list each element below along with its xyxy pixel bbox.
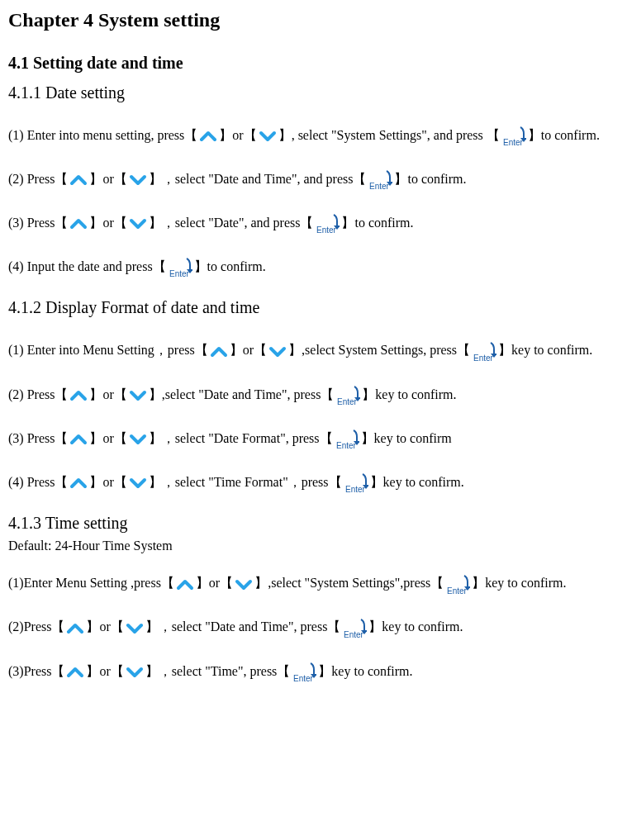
down-arrow-icon bbox=[129, 476, 147, 491]
step-4-1-1-4: (4) Input the date and press【Enter】to co… bbox=[8, 252, 619, 281]
step-4-1-1-2: (2) Press【】or【】，select "Date and Time", … bbox=[8, 164, 619, 193]
svg-text:Enter: Enter bbox=[447, 586, 468, 596]
text: 】key to confirm. bbox=[368, 619, 463, 634]
text: (4) Press【 bbox=[8, 475, 68, 489]
svg-text:Enter: Enter bbox=[503, 138, 524, 147]
section-4-1-1-title: 4.1.1 Date setting bbox=[8, 81, 619, 104]
enter-key-icon: Enter bbox=[445, 574, 470, 596]
down-arrow-icon bbox=[129, 388, 147, 403]
text: 】or【 bbox=[86, 664, 123, 678]
enter-key-icon: Enter bbox=[501, 126, 526, 147]
up-arrow-icon bbox=[69, 388, 88, 403]
text: 】key to confirm. bbox=[472, 576, 566, 590]
enter-key-icon: Enter bbox=[335, 385, 360, 406]
step-4-1-2-1: (1) Enter into Menu Setting，press【】or【】,… bbox=[8, 335, 619, 364]
text: (1)Enter Menu Setting ,press【 bbox=[8, 576, 174, 590]
text: 】key to confirm bbox=[361, 431, 452, 445]
text: (1) Enter into menu setting, press【 bbox=[8, 128, 197, 142]
text: 】key to confirm. bbox=[370, 475, 464, 489]
step-4-1-3-1: (1)Enter Menu Setting ,press【】or【】,selec… bbox=[8, 568, 619, 597]
down-arrow-icon bbox=[259, 129, 277, 144]
text: 】,select "System Settings",press【 bbox=[254, 576, 444, 590]
enter-key-icon: Enter bbox=[168, 257, 192, 278]
svg-text:Enter: Enter bbox=[473, 354, 494, 363]
step-4-1-3-2: (2)Press【】or【】，select "Date and Time", p… bbox=[8, 612, 619, 641]
up-arrow-icon bbox=[69, 476, 88, 491]
text: (3) Press【 bbox=[8, 216, 68, 230]
default-text: Default: 24-Hour Time System bbox=[8, 538, 619, 553]
svg-text:Enter: Enter bbox=[169, 269, 190, 278]
step-4-1-2-4: (4) Press【】or【】，select "Time Format"，pre… bbox=[8, 467, 619, 496]
up-arrow-icon bbox=[66, 665, 84, 680]
text: 】or【 bbox=[89, 216, 126, 230]
svg-text:Enter: Enter bbox=[369, 182, 390, 191]
text: (1) Enter into Menu Setting，press【 bbox=[8, 343, 208, 357]
svg-text:Enter: Enter bbox=[345, 485, 366, 494]
text: 】,select System Settings, press【 bbox=[288, 343, 470, 357]
text: (2) Press【 bbox=[8, 172, 68, 186]
text: 】or【 bbox=[89, 387, 126, 401]
text: 】or【 bbox=[230, 343, 267, 357]
up-arrow-icon bbox=[199, 129, 217, 144]
down-arrow-icon bbox=[235, 577, 253, 592]
text: 】,select "Date and Time", press【 bbox=[149, 387, 335, 401]
text: 】key to confirm. bbox=[362, 387, 456, 401]
text: 】or【 bbox=[89, 172, 126, 186]
chapter-title: Chapter 4 System setting bbox=[8, 7, 619, 35]
down-arrow-icon bbox=[129, 216, 147, 231]
text: 】，select "Time", press【 bbox=[145, 664, 291, 678]
text: 】to confirm. bbox=[194, 259, 266, 273]
text: 】，select "Date and Time", press【 bbox=[145, 619, 341, 634]
text: (2) Press【 bbox=[8, 387, 68, 401]
enter-key-icon: Enter bbox=[292, 662, 316, 683]
down-arrow-icon bbox=[126, 665, 144, 680]
text: 】or【 bbox=[89, 431, 126, 445]
enter-key-icon: Enter bbox=[344, 472, 368, 494]
down-arrow-icon bbox=[129, 173, 147, 187]
enter-key-icon: Enter bbox=[335, 429, 359, 450]
svg-text:Enter: Enter bbox=[336, 441, 357, 450]
step-4-1-1-3: (3) Press【】or【】，select "Date", and press… bbox=[8, 208, 619, 237]
enter-key-icon: Enter bbox=[342, 618, 367, 639]
text: 】，select "Date Format", press【 bbox=[149, 431, 333, 445]
up-arrow-icon bbox=[69, 216, 88, 231]
step-4-1-2-3: (3) Press【】or【】，select "Date Format", pr… bbox=[8, 424, 619, 453]
up-arrow-icon bbox=[69, 432, 88, 447]
text: 】or【 bbox=[219, 128, 256, 142]
text: 】key to confirm. bbox=[318, 664, 412, 678]
text: 】to confirm. bbox=[394, 172, 466, 186]
svg-text:Enter: Enter bbox=[316, 225, 337, 235]
text: 】or【 bbox=[196, 576, 233, 590]
up-arrow-icon bbox=[69, 173, 88, 187]
text: 】，select "Date", and press【 bbox=[149, 216, 314, 230]
section-4-1-title: 4.1 Setting date and time bbox=[8, 51, 619, 74]
text: 】to confirm. bbox=[341, 216, 413, 230]
svg-text:Enter: Enter bbox=[344, 630, 364, 639]
text: (2)Press【 bbox=[8, 619, 64, 634]
text: 】, select "System Settings", and press 【 bbox=[278, 128, 500, 142]
up-arrow-icon bbox=[176, 577, 194, 592]
text: 】or【 bbox=[89, 475, 126, 489]
svg-text:Enter: Enter bbox=[293, 674, 314, 683]
text: (3) Press【 bbox=[8, 431, 68, 445]
enter-key-icon: Enter bbox=[315, 213, 340, 235]
text: 】key to confirm. bbox=[498, 343, 592, 357]
svg-text:Enter: Enter bbox=[337, 397, 358, 406]
down-arrow-icon bbox=[126, 621, 144, 636]
step-4-1-2-2: (2) Press【】or【】,select "Date and Time", … bbox=[8, 380, 619, 409]
step-4-1-1-1: (1) Enter into menu setting, press【】or【】… bbox=[8, 121, 619, 149]
text: 】or【 bbox=[86, 619, 123, 634]
enter-key-icon: Enter bbox=[472, 341, 496, 363]
text: 】，select "Time Format"，press【 bbox=[149, 475, 342, 489]
down-arrow-icon bbox=[129, 432, 147, 447]
down-arrow-icon bbox=[268, 344, 287, 359]
text: 】，select "Date and Time", and press【 bbox=[149, 172, 367, 186]
section-4-1-3-title: 4.1.3 Time setting bbox=[8, 511, 619, 534]
text: (4) Input the date and press【 bbox=[8, 259, 166, 273]
step-4-1-3-3: (3)Press【】or【】，select "Time", press【Ente… bbox=[8, 657, 619, 686]
text: (3)Press【 bbox=[8, 664, 64, 678]
enter-key-icon: Enter bbox=[368, 169, 392, 191]
up-arrow-icon bbox=[210, 344, 228, 359]
up-arrow-icon bbox=[66, 621, 84, 636]
section-4-1-2-title: 4.1.2 Display Format of date and time bbox=[8, 296, 619, 319]
